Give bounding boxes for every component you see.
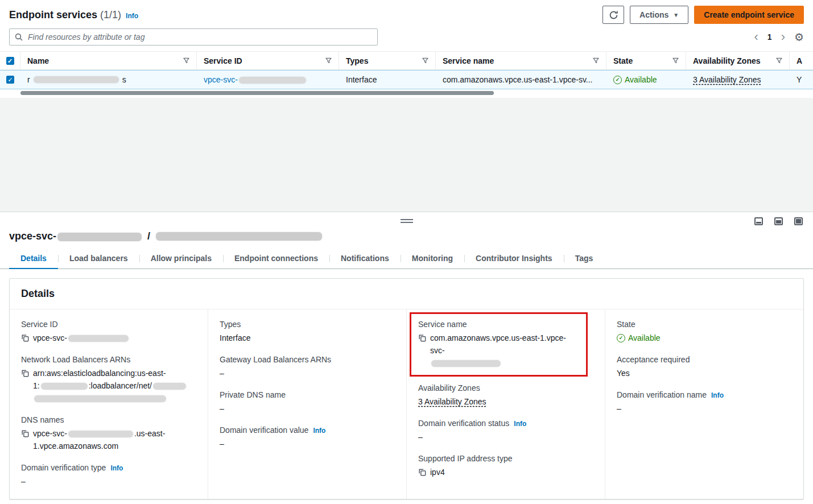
field-types: Types Interface — [220, 320, 395, 344]
field-service-name: Service name com.amazonaws.vpce.us-east-… — [418, 320, 579, 369]
info-link[interactable]: Info — [313, 427, 325, 435]
service-id-link[interactable]: vpce-svc- — [204, 75, 307, 84]
field-domain-verification-type: Domain verification type Info – — [21, 463, 196, 488]
info-link[interactable]: Info — [711, 391, 724, 399]
scrollbar-thumb[interactable] — [20, 91, 494, 95]
redacted-text — [156, 232, 322, 241]
caret-down-icon: ▼ — [673, 12, 679, 18]
field-network-load-balancers-arns: Network Load Balancers ARNs arn:aws:elas… — [21, 355, 196, 404]
field-domain-verification-name: Domain verification name Info – — [617, 390, 792, 415]
endpoint-services-table: ✓ Name Service ID Types Service name Sta… — [0, 51, 813, 96]
copy-icon[interactable] — [21, 429, 29, 437]
split-panel: vpce-svc- / Details Load balancers Allow… — [0, 212, 813, 504]
tab-tags[interactable]: Tags — [564, 249, 605, 269]
redacted-text — [34, 395, 166, 402]
copy-icon[interactable] — [21, 334, 29, 342]
field-supported-ip-address-type: Supported IP address type ipv4 — [418, 454, 593, 478]
field-gateway-load-balancers-arns: Gateway Load Balancers ARNs – — [220, 355, 395, 379]
filter-icon[interactable] — [422, 57, 428, 64]
column-header-types[interactable]: Types — [339, 52, 436, 69]
refresh-button[interactable] — [602, 6, 624, 24]
search-box — [9, 28, 378, 46]
layout-side-panel-icon[interactable] — [774, 217, 783, 225]
panel-layout-controls — [754, 217, 803, 225]
redacted-text — [239, 77, 306, 84]
details-column-1: Service ID vpce-svc- Network Load Balanc… — [10, 309, 208, 499]
card-title: Details — [10, 279, 803, 309]
field-state: State ✓ Available — [617, 320, 792, 344]
field-domain-verification-status: Domain verification status Info – — [418, 419, 593, 443]
table-header-row: ✓ Name Service ID Types Service name Sta… — [0, 51, 813, 70]
availability-zones-link[interactable]: 3 Availability Zones — [693, 75, 761, 84]
availability-zones-link[interactable]: 3 Availability Zones — [418, 397, 486, 406]
layout-bottom-panel-icon[interactable] — [754, 217, 763, 225]
tab-contributor-insights[interactable]: Contributor Insights — [464, 249, 564, 269]
copy-icon[interactable] — [21, 369, 29, 377]
pagination: ‹ 1 › ⚙ — [754, 31, 804, 44]
field-domain-verification-value: Domain verification value Info – — [220, 425, 395, 450]
panel-drag-handle[interactable] — [401, 219, 413, 223]
prev-page-button[interactable]: ‹ — [754, 31, 758, 43]
redacted-text — [41, 383, 88, 390]
column-header-name[interactable]: Name — [20, 52, 197, 69]
copy-icon[interactable] — [418, 334, 426, 342]
column-header-service-id[interactable]: Service ID — [197, 52, 339, 69]
settings-gear-icon[interactable]: ⚙ — [794, 31, 804, 44]
row-checkbox[interactable]: ✓ — [6, 76, 14, 84]
info-link[interactable]: Info — [126, 12, 138, 20]
search-icon — [15, 33, 23, 41]
cell-service-name: com.amazonaws.vpce.us-east-1.vpce-sv... — [436, 71, 606, 89]
filter-icon[interactable] — [325, 57, 332, 64]
redacted-text — [431, 360, 501, 367]
details-column-4: State ✓ Available Acceptance required Ye… — [605, 309, 803, 499]
redacted-text — [153, 383, 186, 390]
layout-fullscreen-icon[interactable] — [794, 217, 803, 225]
detail-title: vpce-svc- / — [0, 229, 813, 249]
redacted-text — [68, 335, 129, 342]
refresh-icon — [609, 10, 618, 20]
filter-icon[interactable] — [183, 57, 189, 64]
current-page[interactable]: 1 — [767, 32, 772, 42]
page-title: Endpoint services (1/1) — [9, 9, 121, 21]
tab-notifications[interactable]: Notifications — [329, 249, 401, 269]
create-endpoint-service-button[interactable]: Create endpoint service — [694, 6, 804, 24]
search-input[interactable] — [9, 28, 378, 46]
tab-monitoring[interactable]: Monitoring — [401, 249, 464, 269]
column-header-availability-zones[interactable]: Availability Zones — [686, 52, 790, 69]
resource-list-panel: Endpoint services (1/1) Info Actions ▼ C… — [0, 0, 813, 98]
select-all-checkbox[interactable]: ✓ — [6, 57, 14, 65]
filter-icon[interactable] — [776, 57, 782, 64]
cell-types: Interface — [339, 71, 436, 89]
redacted-text — [68, 431, 133, 437]
cell-name: rs — [20, 71, 197, 89]
detail-tabs: Details Load balancers Allow principals … — [0, 249, 813, 269]
filter-icon[interactable] — [672, 57, 679, 64]
check-circle-icon: ✓ — [617, 334, 625, 342]
tab-load-balancers[interactable]: Load balancers — [58, 249, 139, 269]
next-page-button[interactable]: › — [781, 31, 785, 43]
horizontal-scrollbar[interactable] — [0, 90, 813, 96]
status-badge: ✓ Available — [613, 75, 657, 84]
resource-count: (1/1) — [100, 9, 121, 20]
column-header-acceptance[interactable]: A — [790, 52, 813, 69]
table-row[interactable]: ✓ rs vpce-svc- Interface com.amazonaws.v… — [0, 70, 813, 89]
actions-button[interactable]: Actions ▼ — [630, 6, 688, 24]
field-acceptance-required: Acceptance required Yes — [617, 355, 792, 379]
tab-allow-principals[interactable]: Allow principals — [139, 249, 223, 269]
field-service-id: Service ID vpce-svc- — [21, 320, 196, 344]
tab-endpoint-connections[interactable]: Endpoint connections — [223, 249, 329, 269]
filter-icon[interactable] — [593, 57, 599, 64]
column-header-service-name[interactable]: Service name — [436, 52, 606, 69]
info-link[interactable]: Info — [514, 420, 526, 428]
copy-icon[interactable] — [418, 468, 426, 476]
details-column-3: Service name com.amazonaws.vpce.us-east-… — [406, 309, 605, 499]
background-gap — [0, 98, 813, 212]
filter-row: ‹ 1 › ⚙ — [0, 26, 813, 51]
field-private-dns-name: Private DNS name – — [220, 390, 395, 415]
column-header-state[interactable]: State — [606, 52, 686, 69]
info-link[interactable]: Info — [110, 464, 123, 472]
status-badge: ✓ Available — [617, 332, 792, 344]
tab-details[interactable]: Details — [9, 249, 58, 269]
field-availability-zones: Availability Zones 3 Availability Zones — [418, 383, 593, 408]
page-toolbar: Endpoint services (1/1) Info Actions ▼ C… — [0, 0, 813, 26]
